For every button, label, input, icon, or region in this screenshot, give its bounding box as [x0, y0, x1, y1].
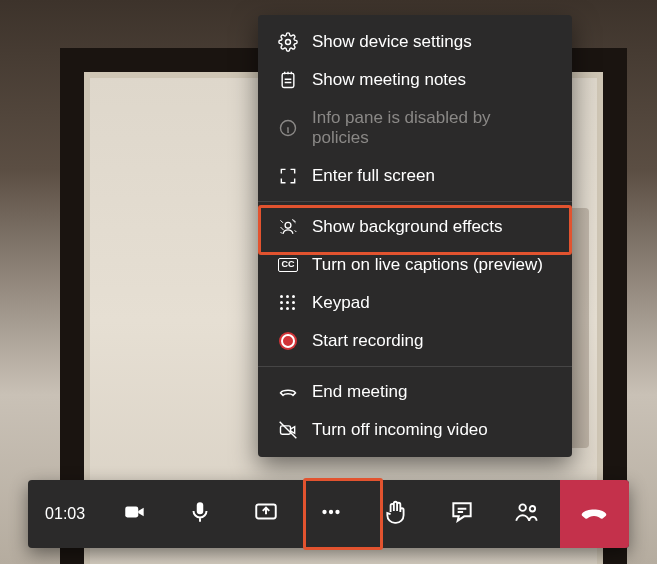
- chat-button[interactable]: [429, 480, 494, 548]
- more-actions-icon: [318, 499, 344, 529]
- raise-hand-icon: [383, 499, 409, 529]
- closed-captions-icon: CC: [278, 255, 298, 275]
- menu-separator: [258, 201, 572, 202]
- hangup-icon: [579, 497, 609, 531]
- microphone-icon: [187, 499, 213, 529]
- svg-point-11: [519, 504, 526, 511]
- share-screen-button[interactable]: [233, 480, 298, 548]
- menu-item-label: Show background effects: [312, 217, 503, 237]
- menu-item-device-settings[interactable]: Show device settings: [258, 23, 572, 61]
- notes-icon: [278, 70, 298, 90]
- menu-item-label: Keypad: [312, 293, 370, 313]
- share-screen-icon: [253, 499, 279, 529]
- chat-icon: [449, 499, 475, 529]
- svg-rect-5: [125, 507, 138, 518]
- svg-point-10: [335, 510, 339, 514]
- more-actions-menu: Show device settings Show meeting notes …: [258, 15, 572, 457]
- svg-point-9: [329, 510, 333, 514]
- menu-item-turn-off-incoming-video[interactable]: Turn off incoming video: [258, 411, 572, 449]
- menu-item-keypad[interactable]: Keypad: [258, 284, 572, 322]
- info-icon: [278, 118, 298, 138]
- keypad-icon: [278, 293, 298, 313]
- microphone-button[interactable]: [168, 480, 233, 548]
- raise-hand-button[interactable]: [364, 480, 429, 548]
- menu-item-label: Enter full screen: [312, 166, 435, 186]
- menu-item-label: Start recording: [312, 331, 424, 351]
- menu-item-label: Show meeting notes: [312, 70, 466, 90]
- camera-button[interactable]: [102, 480, 167, 548]
- menu-item-enter-fullscreen[interactable]: Enter full screen: [258, 157, 572, 195]
- menu-item-meeting-notes[interactable]: Show meeting notes: [258, 61, 572, 99]
- fullscreen-icon: [278, 166, 298, 186]
- participants-button[interactable]: [494, 480, 559, 548]
- gear-icon: [278, 32, 298, 52]
- menu-item-info-pane: Info pane is disabled by policies: [258, 99, 572, 157]
- hangup-button[interactable]: [560, 480, 629, 548]
- video-off-icon: [278, 420, 298, 440]
- menu-separator: [258, 366, 572, 367]
- menu-item-background-effects[interactable]: Show background effects: [258, 208, 572, 246]
- record-icon: [278, 331, 298, 351]
- background-effects-icon: [278, 217, 298, 237]
- menu-item-end-meeting[interactable]: End meeting: [258, 373, 572, 411]
- menu-item-label: Turn on live captions (preview): [312, 255, 543, 275]
- menu-item-start-recording[interactable]: Start recording: [258, 322, 572, 360]
- menu-item-label: Turn off incoming video: [312, 420, 488, 440]
- menu-item-label: End meeting: [312, 382, 407, 402]
- participants-icon: [514, 499, 540, 529]
- end-meeting-icon: [278, 382, 298, 402]
- call-timer-value: 01:03: [45, 505, 85, 523]
- svg-rect-6: [197, 502, 204, 514]
- svg-point-12: [530, 506, 535, 511]
- svg-point-0: [286, 40, 291, 45]
- svg-rect-1: [282, 73, 294, 87]
- menu-item-label: Info pane is disabled by policies: [312, 108, 552, 148]
- more-actions-button[interactable]: [298, 480, 363, 548]
- menu-item-label: Show device settings: [312, 32, 472, 52]
- camera-icon: [122, 499, 148, 529]
- svg-point-8: [322, 510, 326, 514]
- svg-point-3: [285, 222, 291, 228]
- menu-item-live-captions[interactable]: CC Turn on live captions (preview): [258, 246, 572, 284]
- meeting-controls-bar: 01:03: [28, 480, 629, 548]
- call-timer: 01:03: [28, 480, 102, 548]
